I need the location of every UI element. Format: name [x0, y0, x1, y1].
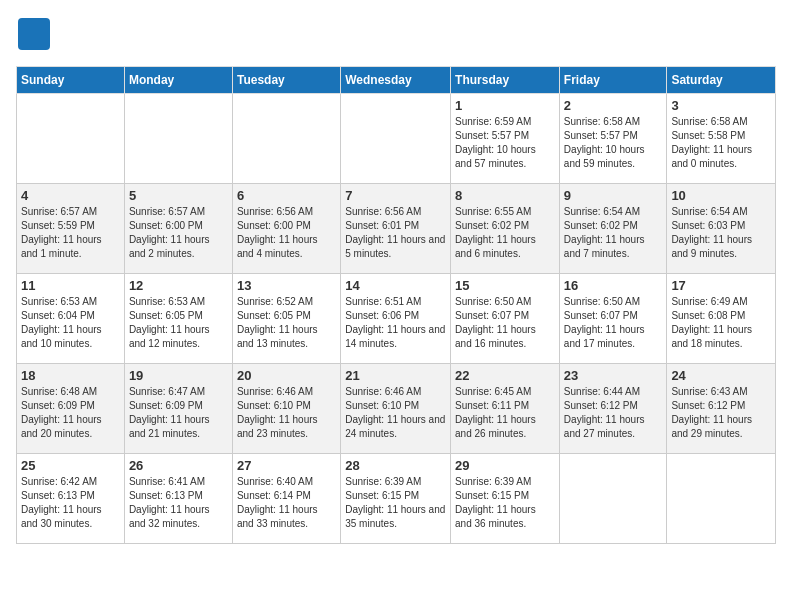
header-sunday: Sunday: [17, 67, 125, 94]
day-info: Sunrise: 6:56 AMSunset: 6:00 PMDaylight:…: [237, 205, 336, 261]
calendar-cell: 12Sunrise: 6:53 AMSunset: 6:05 PMDayligh…: [124, 274, 232, 364]
day-number: 23: [564, 368, 663, 383]
calendar-body: 1Sunrise: 6:59 AMSunset: 5:57 PMDaylight…: [17, 94, 776, 544]
day-number: 26: [129, 458, 228, 473]
calendar-header-row: SundayMondayTuesdayWednesdayThursdayFrid…: [17, 67, 776, 94]
day-info: Sunrise: 6:45 AMSunset: 6:11 PMDaylight:…: [455, 385, 555, 441]
day-info: Sunrise: 6:47 AMSunset: 6:09 PMDaylight:…: [129, 385, 228, 441]
day-number: 12: [129, 278, 228, 293]
calendar-cell: 11Sunrise: 6:53 AMSunset: 6:04 PMDayligh…: [17, 274, 125, 364]
calendar-cell: 28Sunrise: 6:39 AMSunset: 6:15 PMDayligh…: [341, 454, 451, 544]
calendar-cell: 25Sunrise: 6:42 AMSunset: 6:13 PMDayligh…: [17, 454, 125, 544]
calendar-cell: [667, 454, 776, 544]
calendar-cell: 15Sunrise: 6:50 AMSunset: 6:07 PMDayligh…: [451, 274, 560, 364]
day-info: Sunrise: 6:57 AMSunset: 5:59 PMDaylight:…: [21, 205, 120, 261]
day-info: Sunrise: 6:59 AMSunset: 5:57 PMDaylight:…: [455, 115, 555, 171]
day-number: 6: [237, 188, 336, 203]
calendar-cell: [559, 454, 667, 544]
calendar-cell: 14Sunrise: 6:51 AMSunset: 6:06 PMDayligh…: [341, 274, 451, 364]
day-number: 15: [455, 278, 555, 293]
calendar-cell: [17, 94, 125, 184]
calendar-cell: 22Sunrise: 6:45 AMSunset: 6:11 PMDayligh…: [451, 364, 560, 454]
day-number: 9: [564, 188, 663, 203]
day-info: Sunrise: 6:49 AMSunset: 6:08 PMDaylight:…: [671, 295, 771, 351]
calendar-cell: 9Sunrise: 6:54 AMSunset: 6:02 PMDaylight…: [559, 184, 667, 274]
calendar-cell: [341, 94, 451, 184]
calendar-cell: [124, 94, 232, 184]
calendar-table: SundayMondayTuesdayWednesdayThursdayFrid…: [16, 66, 776, 544]
day-number: 18: [21, 368, 120, 383]
day-number: 22: [455, 368, 555, 383]
header-friday: Friday: [559, 67, 667, 94]
day-number: 19: [129, 368, 228, 383]
calendar-cell: 20Sunrise: 6:46 AMSunset: 6:10 PMDayligh…: [232, 364, 340, 454]
day-info: Sunrise: 6:41 AMSunset: 6:13 PMDaylight:…: [129, 475, 228, 531]
day-number: 21: [345, 368, 446, 383]
day-info: Sunrise: 6:44 AMSunset: 6:12 PMDaylight:…: [564, 385, 663, 441]
day-number: 16: [564, 278, 663, 293]
calendar-week-1: 4Sunrise: 6:57 AMSunset: 5:59 PMDaylight…: [17, 184, 776, 274]
day-info: Sunrise: 6:53 AMSunset: 6:05 PMDaylight:…: [129, 295, 228, 351]
calendar-cell: 7Sunrise: 6:56 AMSunset: 6:01 PMDaylight…: [341, 184, 451, 274]
page-header: [16, 16, 776, 56]
calendar-cell: 8Sunrise: 6:55 AMSunset: 6:02 PMDaylight…: [451, 184, 560, 274]
calendar-week-2: 11Sunrise: 6:53 AMSunset: 6:04 PMDayligh…: [17, 274, 776, 364]
header-tuesday: Tuesday: [232, 67, 340, 94]
day-info: Sunrise: 6:54 AMSunset: 6:03 PMDaylight:…: [671, 205, 771, 261]
day-number: 29: [455, 458, 555, 473]
calendar-cell: 26Sunrise: 6:41 AMSunset: 6:13 PMDayligh…: [124, 454, 232, 544]
day-info: Sunrise: 6:58 AMSunset: 5:58 PMDaylight:…: [671, 115, 771, 171]
day-info: Sunrise: 6:58 AMSunset: 5:57 PMDaylight:…: [564, 115, 663, 171]
calendar-cell: 17Sunrise: 6:49 AMSunset: 6:08 PMDayligh…: [667, 274, 776, 364]
day-number: 10: [671, 188, 771, 203]
day-info: Sunrise: 6:53 AMSunset: 6:04 PMDaylight:…: [21, 295, 120, 351]
day-number: 1: [455, 98, 555, 113]
calendar-cell: 23Sunrise: 6:44 AMSunset: 6:12 PMDayligh…: [559, 364, 667, 454]
calendar-cell: 3Sunrise: 6:58 AMSunset: 5:58 PMDaylight…: [667, 94, 776, 184]
day-info: Sunrise: 6:43 AMSunset: 6:12 PMDaylight:…: [671, 385, 771, 441]
calendar-cell: 13Sunrise: 6:52 AMSunset: 6:05 PMDayligh…: [232, 274, 340, 364]
day-number: 14: [345, 278, 446, 293]
day-number: 3: [671, 98, 771, 113]
calendar-week-3: 18Sunrise: 6:48 AMSunset: 6:09 PMDayligh…: [17, 364, 776, 454]
day-number: 13: [237, 278, 336, 293]
day-info: Sunrise: 6:55 AMSunset: 6:02 PMDaylight:…: [455, 205, 555, 261]
day-info: Sunrise: 6:50 AMSunset: 6:07 PMDaylight:…: [455, 295, 555, 351]
day-number: 27: [237, 458, 336, 473]
day-info: Sunrise: 6:57 AMSunset: 6:00 PMDaylight:…: [129, 205, 228, 261]
calendar-week-4: 25Sunrise: 6:42 AMSunset: 6:13 PMDayligh…: [17, 454, 776, 544]
day-info: Sunrise: 6:51 AMSunset: 6:06 PMDaylight:…: [345, 295, 446, 351]
calendar-cell: 24Sunrise: 6:43 AMSunset: 6:12 PMDayligh…: [667, 364, 776, 454]
day-info: Sunrise: 6:39 AMSunset: 6:15 PMDaylight:…: [345, 475, 446, 531]
header-saturday: Saturday: [667, 67, 776, 94]
svg-rect-0: [18, 18, 50, 50]
calendar-cell: 19Sunrise: 6:47 AMSunset: 6:09 PMDayligh…: [124, 364, 232, 454]
day-number: 24: [671, 368, 771, 383]
day-info: Sunrise: 6:54 AMSunset: 6:02 PMDaylight:…: [564, 205, 663, 261]
day-number: 11: [21, 278, 120, 293]
calendar-cell: 2Sunrise: 6:58 AMSunset: 5:57 PMDaylight…: [559, 94, 667, 184]
calendar-cell: 4Sunrise: 6:57 AMSunset: 5:59 PMDaylight…: [17, 184, 125, 274]
day-info: Sunrise: 6:42 AMSunset: 6:13 PMDaylight:…: [21, 475, 120, 531]
day-number: 5: [129, 188, 228, 203]
day-number: 2: [564, 98, 663, 113]
day-number: 17: [671, 278, 771, 293]
calendar-cell: 16Sunrise: 6:50 AMSunset: 6:07 PMDayligh…: [559, 274, 667, 364]
calendar-cell: 10Sunrise: 6:54 AMSunset: 6:03 PMDayligh…: [667, 184, 776, 274]
day-info: Sunrise: 6:52 AMSunset: 6:05 PMDaylight:…: [237, 295, 336, 351]
calendar-week-0: 1Sunrise: 6:59 AMSunset: 5:57 PMDaylight…: [17, 94, 776, 184]
header-monday: Monday: [124, 67, 232, 94]
calendar-cell: [232, 94, 340, 184]
calendar-cell: 27Sunrise: 6:40 AMSunset: 6:14 PMDayligh…: [232, 454, 340, 544]
calendar-cell: 5Sunrise: 6:57 AMSunset: 6:00 PMDaylight…: [124, 184, 232, 274]
day-info: Sunrise: 6:50 AMSunset: 6:07 PMDaylight:…: [564, 295, 663, 351]
day-number: 28: [345, 458, 446, 473]
day-number: 7: [345, 188, 446, 203]
day-info: Sunrise: 6:40 AMSunset: 6:14 PMDaylight:…: [237, 475, 336, 531]
day-number: 25: [21, 458, 120, 473]
day-number: 20: [237, 368, 336, 383]
calendar-cell: 1Sunrise: 6:59 AMSunset: 5:57 PMDaylight…: [451, 94, 560, 184]
calendar-cell: 18Sunrise: 6:48 AMSunset: 6:09 PMDayligh…: [17, 364, 125, 454]
day-info: Sunrise: 6:46 AMSunset: 6:10 PMDaylight:…: [345, 385, 446, 441]
header-thursday: Thursday: [451, 67, 560, 94]
